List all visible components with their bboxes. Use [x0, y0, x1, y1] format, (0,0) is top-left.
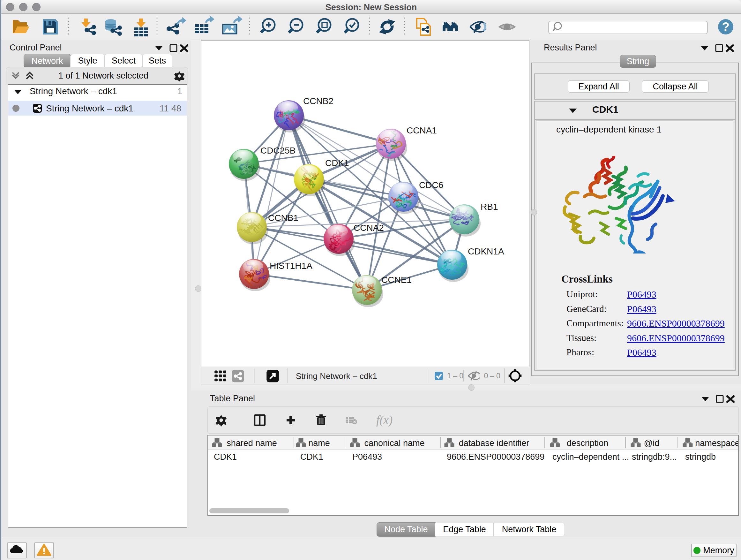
- svg-text:?: ?: [722, 20, 729, 34]
- svg-text:String Network – cdk1: String Network – cdk1: [296, 371, 377, 381]
- svg-text:cyclin–dependent ...: cyclin–dependent ...: [552, 452, 629, 462]
- svg-text:CDC25B: CDC25B: [260, 145, 295, 155]
- svg-text:canonical name: canonical name: [364, 438, 424, 448]
- svg-text:@id: @id: [644, 438, 659, 448]
- svg-text:9606.ENSP00000378699: 9606.ENSP00000378699: [447, 452, 544, 462]
- svg-text:shared name: shared name: [226, 438, 277, 448]
- svg-text:name: name: [308, 438, 330, 448]
- svg-text:CDK1: CDK1: [325, 158, 349, 168]
- svg-text:RB1: RB1: [481, 202, 498, 212]
- svg-text:CDKN1A: CDKN1A: [468, 246, 504, 256]
- svg-text:CDC6: CDC6: [419, 180, 443, 190]
- svg-text:stringdb: stringdb: [685, 452, 716, 462]
- svg-text:CCNA2: CCNA2: [354, 223, 384, 233]
- svg-text:0 – 0: 0 – 0: [484, 372, 500, 380]
- svg-text:database identifier: database identifier: [459, 438, 529, 448]
- svg-text:P06493: P06493: [352, 452, 382, 462]
- svg-text:CCNB1: CCNB1: [268, 213, 298, 223]
- svg-text:1 – 0: 1 – 0: [447, 372, 463, 380]
- svg-text:namespace: namespace: [695, 438, 738, 448]
- svg-text:HIST1H1A: HIST1H1A: [270, 261, 313, 271]
- svg-text:CCNE1: CCNE1: [381, 275, 412, 285]
- svg-text:stringdb:9...: stringdb:9...: [632, 452, 677, 462]
- svg-text:CDK1: CDK1: [214, 452, 237, 462]
- svg-text:CCNB2: CCNB2: [303, 96, 333, 106]
- svg-text:description: description: [567, 438, 609, 448]
- svg-text:CDK1: CDK1: [300, 452, 323, 462]
- svg-text:CCNA1: CCNA1: [407, 125, 437, 135]
- svg-text:f(x): f(x): [376, 414, 393, 427]
